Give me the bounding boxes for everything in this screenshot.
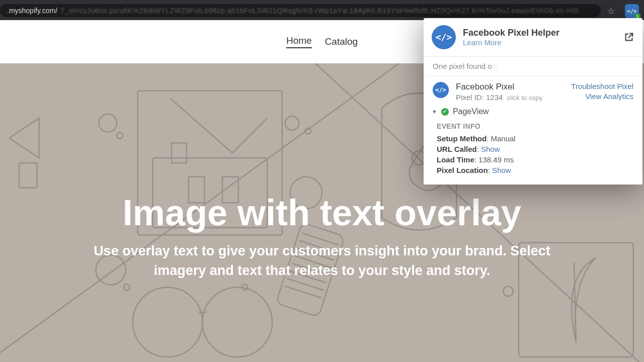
pixel-helper-logo-icon: </>: [432, 25, 456, 49]
status-text-faded: n: [493, 62, 497, 70]
svg-point-15: [503, 287, 513, 297]
troubleshoot-link[interactable]: Troubleshoot Pixel: [571, 82, 633, 90]
svg-rect-4: [172, 143, 187, 163]
pixel-helper-popup: </> Facebook Pixel Helper Learn More One…: [424, 18, 642, 185]
nav-link-home[interactable]: Home: [286, 35, 312, 48]
svg-point-7: [99, 114, 117, 132]
popup-status-line: One pixel found on: [424, 57, 642, 76]
event-toggle-row[interactable]: ▼ ✓ PageView: [424, 104, 642, 118]
url-called-show-link[interactable]: Show: [481, 145, 500, 153]
view-analytics-link[interactable]: View Analytics: [571, 92, 633, 101]
pixel-id: Pixel ID: 1234 click to copy: [456, 93, 542, 102]
bookmark-star-icon[interactable]: ☆: [607, 6, 615, 17]
svg-point-9: [285, 116, 299, 130]
svg-point-13: [124, 285, 130, 291]
hero-text: Image with text overlay Use overlay text…: [91, 194, 553, 281]
svg-point-18: [202, 288, 272, 357]
browser-top-bar: .myshopify.com/ ?_ot=cyJu6nii.psrufiK%26…: [0, 0, 644, 20]
click-to-copy-hint[interactable]: click to copy: [507, 94, 543, 102]
address-bar[interactable]: .myshopify.com/ ?_ot=cyJu6nii.psrufiK%26…: [0, 4, 601, 17]
popup-title: Facebook Pixel Helper: [463, 28, 559, 38]
nav-link-catalog[interactable]: Catalog: [325, 36, 358, 47]
event-name: PageView: [453, 107, 489, 116]
pixel-id-value[interactable]: 1234: [486, 93, 503, 102]
pixel-name: Facebook Pixel: [456, 82, 542, 92]
event-info-title: EVENT INFO: [437, 122, 633, 130]
event-pixel-location: Pixel Location: Show: [437, 166, 633, 174]
svg-line-6: [232, 118, 267, 153]
popup-header: </> Facebook Pixel Helper Learn More: [424, 18, 642, 57]
event-url-called: URL Called: Show: [437, 145, 633, 153]
event-status-success-icon: ✓: [441, 108, 449, 116]
pixel-helper-extension-icon[interactable]: 1: [625, 4, 639, 18]
pixel-id-label: Pixel ID:: [456, 93, 484, 102]
chevron-down-icon: ▼: [432, 109, 437, 115]
hero-subtext: Use overlay text to give your customers …: [91, 241, 553, 281]
hero-headline: Image with text overlay: [91, 194, 553, 232]
svg-rect-16: [19, 163, 37, 188]
learn-more-link[interactable]: Learn More: [463, 38, 559, 47]
svg-line-5: [170, 98, 232, 153]
url-text: .myshopify.com/: [7, 7, 57, 15]
event-load-time: Load Time: 138.49 ms: [437, 155, 633, 164]
pixel-entry: </> Facebook Pixel Pixel ID: 1234 click …: [424, 76, 642, 104]
svg-point-8: [117, 133, 123, 139]
status-text: One pixel found o: [433, 62, 492, 70]
event-setup-method: Setup Method: Manual: [437, 134, 633, 143]
event-info-panel: EVENT INFO Setup Method: Manual URL Call…: [424, 118, 642, 185]
svg-point-17: [133, 288, 203, 357]
pixel-icon: </>: [433, 82, 449, 98]
url-blurred-tail: ?_ot=cyJu6nii.psrufiK%26i6WYLZWZ8FolLb96…: [60, 7, 579, 15]
open-external-icon[interactable]: [623, 32, 634, 43]
pixel-location-show-link[interactable]: Show: [492, 166, 511, 174]
